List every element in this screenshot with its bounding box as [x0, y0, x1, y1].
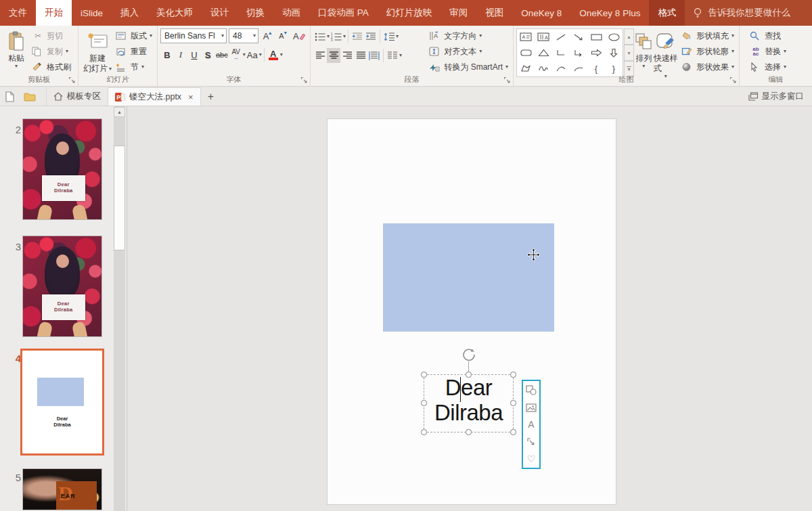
shape-elbow-connector-icon[interactable]: [552, 45, 570, 60]
new-tab-button[interactable]: +: [201, 87, 221, 106]
insert-shape-icon[interactable]: [526, 385, 537, 395]
grow-font-button[interactable]: A▴: [261, 28, 274, 43]
tab-slideshow[interactable]: 幻灯片放映: [378, 0, 441, 26]
panel-scrollbar-thumb[interactable]: [114, 146, 125, 250]
resize-handle-s[interactable]: [466, 429, 472, 435]
tab-current-file[interactable]: P 镂空大法.pptx ×: [108, 87, 201, 106]
tab-onekey8plus[interactable]: OneKey 8 Plus: [570, 0, 649, 26]
justify-button[interactable]: [354, 48, 367, 63]
insert-media-icon[interactable]: [526, 437, 536, 447]
blue-rectangle-shape[interactable]: [383, 223, 554, 332]
convert-smartart-button[interactable]: 转换为 SmartArt ▾: [427, 60, 510, 74]
slide-thumbnail-2[interactable]: Dear Dilraba: [22, 118, 102, 220]
tab-onekey8[interactable]: OneKey 8: [512, 0, 570, 26]
shape-rounded-rectangle-icon[interactable]: [517, 45, 535, 60]
tab-insert[interactable]: 插入: [112, 0, 148, 26]
quick-styles-button[interactable]: 快速样式 ▾: [654, 28, 678, 79]
shape-elbow-arrow-connector-icon[interactable]: [570, 45, 587, 60]
paste-button[interactable]: 粘贴 ▾: [3, 28, 30, 74]
select-button[interactable]: 选择 ▾: [748, 60, 809, 74]
resize-handle-sw[interactable]: [421, 429, 427, 435]
tab-file[interactable]: 文件: [0, 0, 36, 26]
close-icon[interactable]: ×: [185, 92, 194, 102]
arrange-button[interactable]: 排列 ▾: [634, 28, 654, 69]
tab-transitions[interactable]: 切换: [238, 0, 273, 26]
selection-border[interactable]: [424, 374, 514, 432]
slide-thumbnail-5[interactable]: D EAR: [22, 468, 102, 510]
shape-rectangle-icon[interactable]: [587, 29, 605, 45]
tab-pocket-animation[interactable]: 口袋动画 PA: [309, 0, 378, 26]
gallery-scroll-up-icon[interactable]: ▲: [624, 28, 634, 45]
tab-islide[interactable]: iSlide: [72, 0, 112, 26]
line-spacing-button[interactable]: [382, 29, 396, 44]
insert-picture-icon[interactable]: [526, 403, 537, 412]
shape-vertical-text-box-icon[interactable]: A: [535, 29, 552, 45]
shape-outline-button[interactable]: 形状轮廓 ▾: [679, 44, 736, 59]
shape-text-box-icon[interactable]: A: [517, 29, 535, 45]
align-text-button[interactable]: 对齐文本 ▾: [427, 44, 510, 59]
italic-button[interactable]: I: [174, 47, 187, 62]
clear-formatting-button[interactable]: A: [292, 28, 307, 43]
resize-handle-n[interactable]: [466, 372, 472, 378]
layout-button[interactable]: 版式 ▾: [114, 28, 154, 43]
shape-right-arrow-icon[interactable]: [587, 45, 605, 60]
show-multiple-windows-button[interactable]: 显示多窗口: [740, 87, 812, 106]
columns-button[interactable]: [386, 48, 399, 63]
slide-thumbnail-3[interactable]: Dear Dilraba: [22, 236, 102, 337]
tab-meihua-dashi[interactable]: 美化大师: [148, 0, 202, 26]
underline-button[interactable]: U: [187, 47, 201, 62]
slide-thumbnail-4-selected[interactable]: Dear Dilraba: [20, 349, 104, 456]
bullets-button[interactable]: [313, 29, 327, 44]
increase-indent-button[interactable]: [364, 29, 378, 44]
font-color-button[interactable]: A: [267, 47, 280, 62]
shape-down-arrow-icon[interactable]: [605, 45, 623, 60]
shape-line-icon[interactable]: [552, 29, 570, 45]
numbering-button[interactable]: 123: [330, 29, 343, 44]
shape-arrow-icon[interactable]: [570, 29, 587, 45]
new-slide-button[interactable]: 新建 幻灯片▾: [81, 28, 114, 74]
font-size-combo[interactable]: 48 ▾: [229, 28, 258, 43]
tab-review[interactable]: 审阅: [441, 0, 476, 26]
open-folder-button[interactable]: [19, 87, 41, 106]
panel-scrollbar[interactable]: ▲: [114, 106, 125, 511]
find-button[interactable]: 查找: [748, 28, 809, 43]
gallery-scroll-down-icon[interactable]: ▼: [624, 45, 634, 61]
shrink-font-button[interactable]: A▾: [276, 28, 290, 43]
tab-view[interactable]: 视图: [476, 0, 512, 26]
tell-me-box[interactable]: 告诉我你想要做什么: [685, 0, 812, 26]
shape-oval-icon[interactable]: [605, 29, 623, 45]
tab-design[interactable]: 设计: [202, 0, 238, 26]
tab-home[interactable]: 开始: [36, 0, 72, 26]
bold-button[interactable]: B: [160, 47, 174, 62]
clipboard-dialog-launcher-icon[interactable]: [68, 76, 76, 84]
resize-handle-nw[interactable]: [421, 372, 427, 378]
character-spacing-button[interactable]: AV ↔: [229, 47, 243, 62]
resize-handle-e[interactable]: [510, 400, 516, 406]
drawing-dialog-launcher-icon[interactable]: [729, 76, 737, 84]
distribute-text-button[interactable]: [367, 48, 381, 63]
slide-canvas[interactable]: Dear Dilraba: [327, 118, 616, 505]
reset-button[interactable]: 重置: [114, 44, 154, 59]
rotate-handle-icon[interactable]: [461, 347, 476, 362]
align-center-button[interactable]: [327, 48, 340, 63]
text-direction-button[interactable]: A 文字方向 ▾: [427, 28, 510, 43]
new-document-button[interactable]: [0, 87, 19, 106]
format-painter-button[interactable]: 格式刷: [30, 60, 73, 74]
shape-fill-button[interactable]: 形状填充 ▾: [679, 28, 736, 43]
shape-triangle-icon[interactable]: [535, 45, 552, 60]
text-shadow-button[interactable]: S: [201, 47, 215, 62]
tab-animations[interactable]: 动画: [273, 0, 309, 26]
font-name-combo[interactable]: Berlin Sans Fl ▾: [160, 28, 227, 43]
resize-handle-w[interactable]: [421, 400, 427, 406]
section-button[interactable]: 节 ▾: [114, 60, 154, 74]
replace-button[interactable]: abac 替换 ▾: [748, 44, 809, 59]
decrease-indent-button[interactable]: [351, 29, 364, 44]
align-left-button[interactable]: [313, 48, 327, 63]
copy-button[interactable]: 复制 ▾: [30, 44, 73, 59]
cut-button[interactable]: ✂ 剪切: [30, 28, 73, 43]
font-dialog-launcher-icon[interactable]: [300, 76, 308, 84]
insert-text-icon[interactable]: A: [528, 420, 534, 429]
change-case-button[interactable]: Aa: [246, 47, 259, 62]
heart-icon[interactable]: ♡: [527, 455, 536, 464]
align-right-button[interactable]: [340, 48, 354, 63]
